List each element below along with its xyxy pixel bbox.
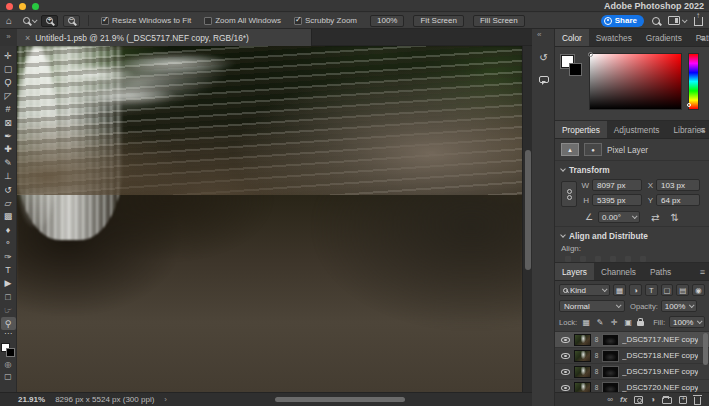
lock-position-icon[interactable]: ✛ <box>609 318 619 327</box>
align-section-header[interactable]: Align and Distribute <box>555 227 709 243</box>
color-swatch-pair[interactable] <box>561 55 585 79</box>
move-tool[interactable]: ✛ <box>1 49 16 62</box>
tab-gradients[interactable]: Gradients <box>639 29 689 46</box>
shape-tool[interactable]: □ <box>1 290 16 303</box>
zoom-level-field[interactable]: 21.91% <box>18 395 45 404</box>
export-icon[interactable] <box>694 17 703 26</box>
filter-group-layers-icon[interactable]: ▢ <box>661 284 674 296</box>
history-panel-icon[interactable]: ↺ <box>535 50 552 65</box>
search-icon[interactable] <box>652 17 660 25</box>
foreground-background-colors[interactable] <box>1 343 15 357</box>
close-window-button[interactable] <box>6 3 13 10</box>
new-layer-icon[interactable] <box>679 396 687 404</box>
hand-tool[interactable]: ☞ <box>1 303 16 316</box>
color-picker-ring[interactable] <box>588 52 593 57</box>
lock-pixels-icon[interactable]: ✎ <box>595 318 605 327</box>
filter-smart-object-icon[interactable]: ▤ <box>676 284 689 296</box>
checkbox[interactable]: ✓ <box>294 17 302 25</box>
lasso-tool[interactable]: Ϙ <box>1 76 16 89</box>
layer-thumbnail[interactable] <box>574 334 591 346</box>
filter-switch-icon[interactable]: ◉ <box>692 284 705 296</box>
canvas-vertical-scrollbar[interactable] <box>522 46 532 392</box>
tab-swatches[interactable]: Swatches <box>589 29 639 46</box>
screen-mode-icon[interactable]: ▢ <box>4 372 12 381</box>
saturation-brightness-field[interactable] <box>589 53 682 110</box>
crop-tool[interactable]: # <box>1 103 16 116</box>
hue-slider-marker[interactable] <box>687 103 691 107</box>
width-field[interactable]: 8097 px <box>592 179 642 191</box>
layers-scrollbar-thumb[interactable] <box>703 333 708 365</box>
clone-stamp-tool[interactable]: ⊥ <box>1 170 16 183</box>
add-mask-icon[interactable] <box>634 396 643 404</box>
new-group-icon[interactable] <box>662 397 672 404</box>
layer-mask-thumbnail[interactable] <box>602 334 619 346</box>
expand-tools-icon[interactable]: » <box>0 29 17 46</box>
healing-brush-tool[interactable]: ✚ <box>1 143 16 156</box>
type-tool[interactable]: T <box>1 263 16 276</box>
blend-mode-dropdown[interactable]: Normal <box>559 300 625 312</box>
fill-screen-button[interactable]: Fill Screen <box>473 15 525 27</box>
share-button[interactable]: Share <box>601 15 644 27</box>
adjustment-layer-icon[interactable]: ◑ <box>650 395 655 404</box>
eyedropper-tool[interactable]: ✒ <box>1 129 16 142</box>
layer-style-fx-icon[interactable]: fx <box>620 395 627 404</box>
link-dimensions-button[interactable] <box>561 181 577 207</box>
gradient-tool[interactable]: ▩ <box>1 210 16 223</box>
flip-horizontal-icon[interactable]: ⇄ <box>651 212 659 223</box>
eraser-tool[interactable]: ▱ <box>1 196 16 209</box>
filter-adjustment-layers-icon[interactable]: ◑ <box>629 284 642 296</box>
layer-mask-thumbnail[interactable] <box>602 350 619 362</box>
workspace-switcher[interactable] <box>668 16 686 25</box>
layer-visibility-eye-icon[interactable] <box>559 369 571 375</box>
history-brush-tool[interactable]: ↺ <box>1 183 16 196</box>
minimize-window-button[interactable] <box>19 3 26 10</box>
blur-tool[interactable]: ♦ <box>1 223 16 236</box>
filter-pixel-layers-icon[interactable]: ▦ <box>613 284 626 296</box>
lock-artboard-icon[interactable]: ▣ <box>623 318 633 327</box>
height-field[interactable]: 5395 px <box>592 194 642 206</box>
maximize-window-button[interactable] <box>32 3 39 10</box>
zoom-out-button[interactable]: − <box>63 15 80 27</box>
panel-menu-icon[interactable]: ≡ <box>700 267 705 277</box>
collapse-panels-icon[interactable]: « <box>537 30 541 39</box>
pen-tool[interactable]: ✑ <box>1 250 16 263</box>
filter-kind-dropdown[interactable]: Kind <box>559 284 610 296</box>
layer-visibility-eye-icon[interactable] <box>559 385 571 391</box>
horizontal-scrollbar-thumb[interactable] <box>275 397 405 402</box>
dodge-tool[interactable]: ⚬ <box>1 236 16 249</box>
zoom-100-button[interactable]: 100% <box>370 15 404 27</box>
layer-row[interactable]: 8 _DSC5718.NEF copy <box>555 348 709 364</box>
checkbox[interactable]: ✓ <box>101 17 109 25</box>
tab-paths[interactable]: Paths <box>643 263 678 280</box>
lock-transparency-icon[interactable]: ▦ <box>581 318 591 327</box>
zoom-tool[interactable]: ⚲ <box>1 317 16 330</box>
resize-windows-to-fit-checkbox[interactable]: ✓ Resize Windows to Fit <box>101 16 191 25</box>
edit-toolbar-icon[interactable]: ⋯ <box>4 330 12 340</box>
quick-mask-icon[interactable]: ◎ <box>5 360 12 369</box>
canvas-image-waterfall[interactable] <box>17 46 522 392</box>
scrubby-zoom-checkbox[interactable]: ✓ Scrubby Zoom <box>294 16 357 25</box>
layer-row[interactable]: 8 _DSC5717.NEF copy <box>555 332 709 348</box>
marquee-tool[interactable]: ▢ <box>1 62 16 75</box>
tab-channels[interactable]: Channels <box>594 263 643 280</box>
zoom-tool-indicator[interactable] <box>23 17 36 24</box>
mask-properties-icon[interactable]: ● <box>584 143 602 156</box>
lock-all-icon[interactable] <box>637 321 644 326</box>
layer-thumbnail[interactable] <box>574 366 591 378</box>
fit-screen-button[interactable]: Fit Screen <box>413 15 463 27</box>
path-selection-tool[interactable]: ▶ <box>1 277 16 290</box>
y-field[interactable]: 64 px <box>656 194 700 206</box>
background-color[interactable] <box>569 63 582 76</box>
object-selection-tool[interactable]: ◸ <box>1 89 16 102</box>
panel-menu-icon[interactable]: ≡ <box>700 125 705 135</box>
zoom-all-windows-checkbox[interactable]: Zoom All Windows <box>204 16 281 25</box>
tab-properties[interactable]: Properties <box>555 121 607 138</box>
brush-tool[interactable]: ✎ <box>1 156 16 169</box>
hue-slider[interactable] <box>688 53 699 110</box>
canvas-area[interactable] <box>17 46 522 392</box>
document-tab[interactable]: × Untitled-1.psb @ 21.9% (_DSC5717.NEF c… <box>17 29 312 46</box>
filter-type-layers-icon[interactable]: T <box>645 284 658 296</box>
tab-color[interactable]: Color <box>555 29 589 46</box>
link-layers-icon[interactable]: ∞ <box>607 395 613 404</box>
pixel-layer-icon[interactable]: ▲ <box>561 143 579 156</box>
